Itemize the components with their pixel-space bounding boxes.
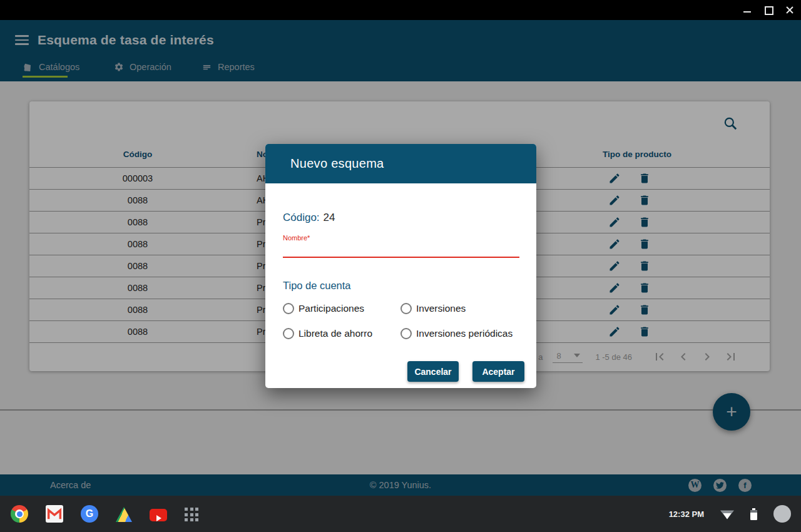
close-icon[interactable] xyxy=(786,6,793,14)
gmail-envelope-icon xyxy=(46,505,63,523)
window-titlebar xyxy=(0,0,801,20)
avatar[interactable] xyxy=(773,505,791,523)
radio-icon[interactable] xyxy=(283,303,294,314)
dialog-title: Nuevo esquema xyxy=(290,156,384,171)
google-icon[interactable]: G xyxy=(81,505,98,523)
window-controls xyxy=(743,0,793,20)
option-inversiones-periodicas[interactable]: Inversiones periódicas xyxy=(400,324,513,343)
maximize-icon[interactable] xyxy=(765,6,772,14)
option-libreta-de-ahorro[interactable]: Libreta de ahorro xyxy=(283,324,400,343)
codigo-label: Código: xyxy=(283,212,320,223)
account-type-options: Participaciones Inversiones Libreta de a… xyxy=(283,299,513,343)
gmail-icon[interactable] xyxy=(46,505,63,523)
radio-icon[interactable] xyxy=(400,303,412,314)
radio-icon[interactable] xyxy=(283,328,294,339)
minimize-icon[interactable] xyxy=(743,6,751,14)
radio-icon[interactable] xyxy=(400,328,412,339)
screen: Esquema de tasa de interés Catálogos Ope… xyxy=(0,0,801,532)
chrome-icon[interactable] xyxy=(11,505,28,523)
clock: 12:32 PM xyxy=(669,509,704,519)
wifi-icon[interactable] xyxy=(720,509,734,519)
nombre-label: Nombre* xyxy=(283,234,310,242)
codigo-value: 24 xyxy=(324,212,335,223)
cancel-button[interactable]: Cancelar xyxy=(407,361,459,382)
battery-icon[interactable] xyxy=(750,508,757,520)
nombre-input[interactable] xyxy=(283,244,519,258)
option-participaciones[interactable]: Participaciones xyxy=(283,299,400,318)
app-launcher-icon[interactable] xyxy=(185,508,198,521)
dialog-header: Nuevo esquema xyxy=(265,144,536,183)
shelf-status-area[interactable]: 12:32 PM xyxy=(669,496,791,532)
chromeos-shelf: G 12:32 PM xyxy=(0,496,801,532)
youtube-icon[interactable] xyxy=(150,509,167,521)
accept-button[interactable]: Aceptar xyxy=(472,361,524,382)
option-inversiones[interactable]: Inversiones xyxy=(400,299,513,318)
codigo-row: Código:24 xyxy=(283,212,335,224)
nuevo-esquema-dialog: Nuevo esquema Código:24 Nombre* Tipo de … xyxy=(265,144,536,388)
tipo-de-cuenta-label: Tipo de cuenta xyxy=(283,280,351,292)
google-drive-icon[interactable] xyxy=(116,507,132,522)
shelf-apps: G xyxy=(11,505,198,523)
browser-viewport: Esquema de tasa de interés Catálogos Ope… xyxy=(0,20,801,496)
